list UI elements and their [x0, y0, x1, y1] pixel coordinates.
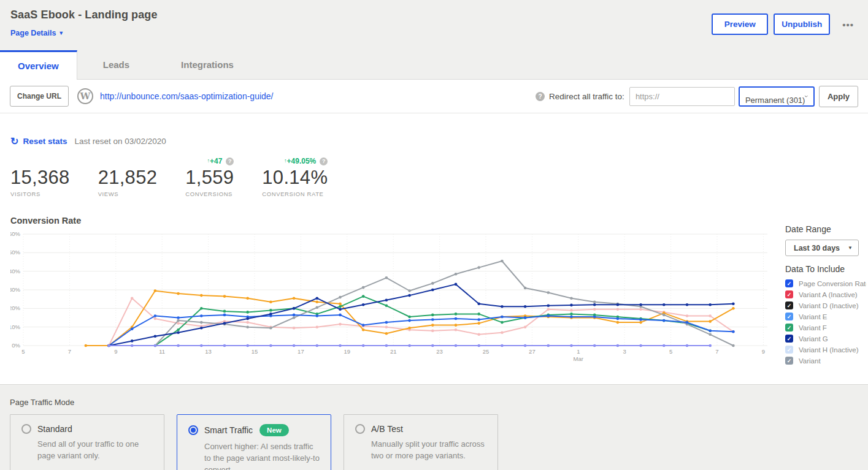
svg-text:13: 13 — [205, 348, 212, 355]
redirect-type-select[interactable]: Permanent (301) — [739, 86, 815, 107]
page-header: SaaS Ebook - Landing page Page Details ▼… — [0, 0, 868, 50]
legend-list: ✓Page Conversion Rate✓Variant A (Inactiv… — [785, 279, 866, 371]
legend-item[interactable]: ✓Variant E — [785, 313, 866, 320]
checkbox-icon[interactable]: ✓ — [785, 290, 793, 298]
redirect-url-input[interactable] — [629, 87, 735, 106]
svg-text:7: 7 — [68, 348, 71, 355]
legend-item[interactable]: ✓Variant D (Inactive) — [785, 301, 866, 309]
stat-label: VISITORS — [10, 191, 70, 197]
date-range-select[interactable]: Last 30 days ▼ — [785, 240, 859, 256]
legend-item[interactable]: ✓Variant F — [785, 324, 866, 332]
change-url-button[interactable]: Change URL — [10, 86, 69, 107]
traffic-mode-card-a-b-test[interactable]: A/B TestManually split your traffic acro… — [344, 414, 498, 470]
chart-section: Conversion Rate 0%10%20%30%40%50%60%5791… — [0, 197, 868, 371]
stats-section: ↻ Reset stats Last reset on 03/02/2020 1… — [0, 113, 868, 197]
svg-text:20%: 20% — [10, 305, 21, 311]
chevron-down-icon — [805, 94, 807, 99]
more-options-icon[interactable]: ••• — [842, 20, 854, 30]
date-range-value: Last 30 days — [794, 244, 840, 252]
svg-text:Mar: Mar — [574, 355, 583, 362]
stat-column: ↑+49.05%?10.14%CONVERSION RATE — [262, 156, 328, 197]
stat-column: ↑+47?1,559CONVERSIONS — [185, 156, 234, 197]
checkbox-icon[interactable]: ✓ — [785, 335, 793, 343]
radio-button[interactable] — [355, 424, 365, 434]
up-arrow-icon: ↑ — [284, 157, 287, 164]
checkbox-icon[interactable]: ✓ — [785, 301, 793, 309]
svg-text:27: 27 — [529, 348, 536, 355]
svg-text:30%: 30% — [10, 286, 21, 293]
traffic-mode-card-standard[interactable]: StandardSend all of your traffic to one … — [10, 414, 164, 470]
radio-button[interactable] — [21, 424, 31, 434]
checkbox-icon[interactable]: ✓ — [785, 346, 793, 354]
tab-leads[interactable]: Leads — [77, 50, 155, 79]
svg-text:60%: 60% — [10, 230, 21, 237]
wordpress-icon: W — [77, 88, 93, 104]
svg-text:10%: 10% — [10, 324, 21, 330]
svg-text:7: 7 — [715, 348, 718, 355]
checkbox-icon[interactable]: ✓ — [785, 313, 793, 320]
stat-label: VIEWS — [98, 191, 158, 197]
svg-text:50%: 50% — [10, 249, 21, 256]
page-traffic-mode-section: Page Traffic Mode StandardSend all of yo… — [0, 384, 868, 470]
chart-side-panel: Date Range Last 30 days ▼ Data To Includ… — [785, 216, 866, 371]
radio-button[interactable] — [188, 425, 198, 435]
unpublish-button[interactable]: Unpublish — [774, 13, 830, 35]
checkbox-icon[interactable]: ✓ — [785, 324, 793, 332]
preview-button[interactable]: Preview — [712, 13, 768, 35]
stat-label: CONVERSIONS — [185, 191, 234, 197]
checkbox-icon[interactable]: ✓ — [785, 279, 793, 287]
tab-overview[interactable]: Overview — [0, 50, 77, 80]
legend-item[interactable]: ✓Page Conversion Rate — [785, 279, 866, 287]
card-title: A/B Test — [371, 424, 403, 434]
svg-text:19: 19 — [344, 348, 351, 355]
legend-item[interactable]: ✓Variant A (Inactive) — [785, 290, 866, 298]
legend-item-label: Variant D (Inactive) — [799, 302, 859, 309]
chevron-down-icon: ▼ — [58, 30, 64, 36]
tab-integrations[interactable]: Integrations — [155, 50, 259, 79]
stats-row: 15,368VISITORS21,852VIEWS↑+47?1,559CONVE… — [10, 156, 858, 197]
legend-item[interactable]: ✓Variant G — [785, 335, 866, 343]
page-title: SaaS Ebook - Landing page — [10, 9, 706, 21]
svg-text:21: 21 — [390, 348, 397, 355]
up-arrow-icon: ↑ — [207, 157, 210, 164]
page-details-dropdown[interactable]: Page Details ▼ — [10, 29, 64, 37]
chevron-down-icon: ▼ — [848, 245, 853, 251]
page-url-link[interactable]: http://unbounce.com/saas-optimization-gu… — [100, 91, 274, 101]
svg-text:23: 23 — [436, 348, 443, 355]
page-details-label: Page Details — [10, 29, 56, 37]
card-title: Standard — [37, 424, 72, 434]
legend-item-label: Variant H (Inactive) — [799, 346, 859, 354]
checkbox-icon[interactable]: ✓ — [785, 357, 793, 365]
svg-text:15: 15 — [252, 348, 258, 355]
tab-bar: Overview Leads Integrations — [0, 50, 868, 80]
new-badge: New — [259, 424, 289, 436]
legend-item[interactable]: ✓Variant — [785, 357, 866, 365]
stat-column: 21,852VIEWS — [98, 156, 158, 197]
svg-text:11: 11 — [159, 348, 165, 355]
conversion-rate-chart: 0%10%20%30%40%50%60%57911131517192123252… — [10, 229, 782, 369]
help-icon[interactable]: ? — [320, 157, 328, 165]
card-description: Send all of your traffic to one page var… — [37, 439, 153, 462]
reset-refresh-icon: ↻ — [10, 135, 18, 147]
svg-text:9: 9 — [114, 348, 117, 355]
card-title: Smart Traffic — [204, 425, 253, 435]
apply-button[interactable]: Apply — [819, 86, 858, 107]
stat-value: 10.14% — [262, 167, 328, 189]
help-icon[interactable]: ? — [226, 157, 234, 165]
svg-text:5: 5 — [669, 348, 672, 355]
card-description: Manually split your traffic across two o… — [371, 439, 486, 462]
svg-text:1: 1 — [577, 348, 580, 355]
svg-text:3: 3 — [623, 348, 626, 355]
legend-item[interactable]: ✓Variant H (Inactive) — [785, 346, 866, 354]
redirect-help-icon[interactable]: ? — [536, 92, 545, 101]
chart-title: Conversion Rate — [10, 216, 785, 226]
traffic-mode-card-smart-traffic[interactable]: Smart TrafficNewConvert higher: AI sends… — [177, 414, 331, 470]
traffic-mode-cards: StandardSend all of your traffic to one … — [10, 414, 858, 470]
redirect-label: Redirect all traffic to: — [549, 92, 624, 101]
svg-text:17: 17 — [298, 348, 304, 355]
data-to-include-label: Data To Include — [785, 264, 866, 274]
stat-value: 1,559 — [185, 167, 234, 189]
reset-stats-link[interactable]: Reset stats — [23, 137, 67, 146]
stat-column: 15,368VISITORS — [10, 156, 70, 197]
trend-badge: ↑+47 — [207, 157, 222, 165]
